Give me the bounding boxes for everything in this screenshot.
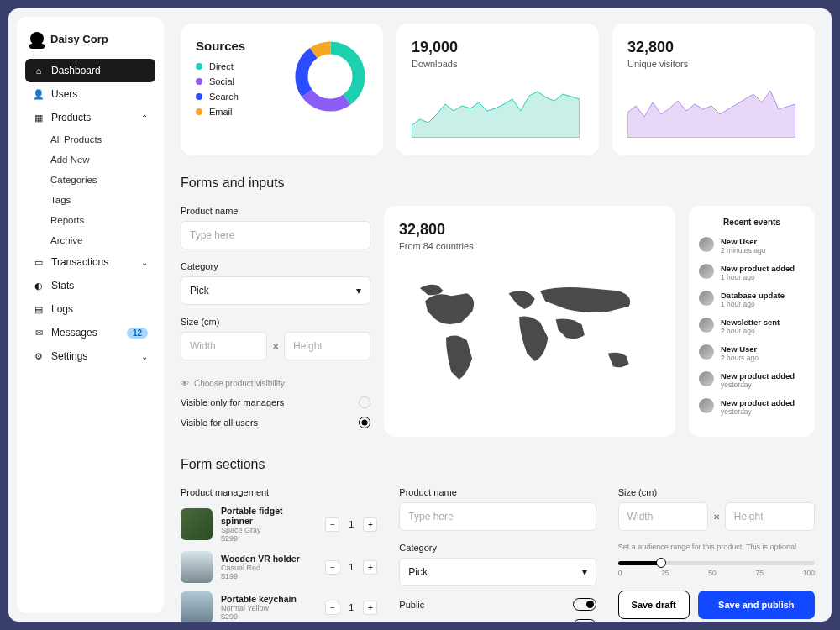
qty-decrement[interactable]: −: [325, 517, 339, 532]
qty-value: 1: [343, 602, 360, 612]
product-price: $299: [221, 534, 317, 543]
sources-title: Sources: [196, 39, 279, 53]
product-image: [181, 591, 213, 622]
form-column-1: Product name Category Pick▾ Size (cm) ✕ …: [181, 206, 370, 437]
product-price: $199: [221, 572, 317, 580]
sidebar-item-users[interactable]: 👤 Users: [25, 82, 155, 106]
product-name: Portable fidget spinner: [221, 506, 317, 526]
downloads-label: Downloads: [412, 59, 584, 69]
downloads-value: 19,000: [412, 39, 584, 56]
chevron-down-icon: ⌄: [141, 258, 148, 267]
chevron-down-icon: ▾: [582, 566, 587, 578]
sidebar-sub-add-new[interactable]: Add New: [25, 150, 155, 170]
sidebar-item-logs[interactable]: ▤ Logs: [25, 297, 155, 321]
chevron-down-icon: ▾: [356, 285, 361, 297]
form-sections-title: Form sections: [181, 457, 815, 472]
sidebar-item-transactions[interactable]: ▭ Transactions ⌄: [25, 250, 155, 274]
slider-help-text: Set a audience range for this product. T…: [618, 543, 815, 553]
product-name: Wooden VR holder: [221, 554, 317, 564]
sidebar-sub-reports[interactable]: Reports: [25, 210, 155, 230]
category-select[interactable]: Pick▾: [181, 276, 370, 305]
avatar: [699, 318, 714, 333]
times-icon: ✕: [713, 512, 720, 522]
qty-increment[interactable]: +: [363, 560, 377, 575]
sidebar-item-products[interactable]: ▦ Products ⌃: [25, 106, 155, 129]
sidebar-sub-tags[interactable]: Tags: [25, 190, 155, 210]
category-select-2[interactable]: Pick▾: [399, 558, 596, 586]
qty-decrement[interactable]: −: [325, 560, 339, 575]
map-label: From 84 countries: [399, 241, 660, 251]
forms-section-title: Forms and inputs: [181, 176, 815, 191]
save-draft-button[interactable]: Save draft: [618, 591, 690, 619]
product-name: Portable keychain: [221, 594, 317, 604]
map-card: 32,800 From 84 countries: [384, 206, 675, 437]
visitors-label: Unique visitors: [627, 59, 800, 69]
public-toggle[interactable]: [573, 598, 596, 611]
featured-toggle[interactable]: [573, 619, 596, 622]
visitors-value: 32,800: [627, 39, 800, 56]
event-item[interactable]: New User2 hours ago: [699, 344, 805, 362]
qty-increment[interactable]: +: [363, 517, 377, 532]
event-item[interactable]: New User2 minutes ago: [699, 237, 805, 255]
width-input[interactable]: [181, 332, 267, 360]
product-color: Normal Yellow: [221, 604, 317, 612]
sidebar-item-settings[interactable]: ⚙ Settings ⌄: [25, 344, 155, 368]
event-item[interactable]: Newsletter sent2 hour ago: [699, 318, 805, 335]
event-item[interactable]: New product added1 hour ago: [699, 264, 805, 281]
sidebar-sub-archive[interactable]: Archive: [25, 230, 155, 250]
card-icon: ▭: [33, 256, 45, 268]
avatar: [699, 291, 714, 306]
events-title: Recent events: [699, 218, 805, 227]
eye-icon: 👁: [181, 379, 189, 388]
event-item[interactable]: Database update1 hour ago: [699, 291, 805, 308]
sliders-icon: ⚙: [33, 350, 45, 362]
legend-email: Email: [196, 107, 279, 117]
event-item[interactable]: New product addedyesterday: [699, 371, 805, 389]
publish-button[interactable]: Save and publish: [698, 591, 815, 619]
sidebar-sub-all-products[interactable]: All Products: [25, 129, 155, 150]
times-icon: ✕: [272, 342, 279, 351]
sidebar-sub-categories[interactable]: Categories: [25, 170, 155, 190]
product-name-input-2[interactable]: [399, 502, 596, 531]
visibility-header: 👁Choose product visibility: [181, 379, 370, 388]
product-image: [181, 551, 213, 583]
product-management-label: Product management: [181, 487, 377, 497]
product-name-input[interactable]: [181, 221, 370, 249]
form-column-2: Product name Category Pick▾ Public Featu…: [399, 487, 596, 622]
main-content: Sources Direct Social Search Email 19,00…: [164, 8, 832, 622]
visibility-all-radio[interactable]: [359, 417, 370, 428]
product-price: $299: [221, 612, 317, 621]
slider-marks: 0255075100: [618, 569, 815, 577]
chevron-up-icon: ⌃: [141, 113, 148, 123]
world-map: [399, 260, 660, 411]
qty-value: 1: [343, 519, 360, 529]
legend-search: Search: [196, 92, 279, 102]
sidebar-item-dashboard[interactable]: ⌂ Dashboard: [25, 59, 155, 82]
event-time: 2 hours ago: [721, 354, 805, 362]
user-icon: 👤: [33, 88, 45, 100]
product-name-label-2: Product name: [399, 487, 596, 497]
mail-icon: ✉: [33, 327, 45, 339]
downloads-card: 19,000 Downloads: [396, 24, 599, 155]
avatar: [699, 398, 714, 413]
product-management-col: Product management Portable fidget spinn…: [181, 487, 377, 622]
logo: Daisy Corp: [25, 29, 155, 49]
home-icon: ⌂: [33, 65, 45, 76]
qty-value: 1: [343, 562, 360, 572]
qty-increment[interactable]: +: [363, 601, 377, 615]
avatar: [699, 237, 714, 252]
event-name: New User: [721, 344, 805, 354]
event-item[interactable]: New product addedyesterday: [699, 398, 805, 416]
visibility-managers-radio[interactable]: [359, 396, 370, 408]
qty-decrement[interactable]: −: [325, 601, 339, 615]
width-input-2[interactable]: [618, 502, 708, 531]
avatar: [699, 264, 714, 279]
sidebar-item-stats[interactable]: ◐ Stats: [25, 274, 155, 297]
chart-icon: ◐: [33, 280, 45, 291]
audience-slider[interactable]: [618, 561, 815, 565]
category-label-2: Category: [399, 543, 596, 553]
sidebar-item-messages[interactable]: ✉ Messages 12: [25, 321, 155, 344]
height-input-2[interactable]: [725, 502, 815, 531]
logo-icon: [30, 32, 44, 45]
height-input[interactable]: [284, 332, 370, 360]
